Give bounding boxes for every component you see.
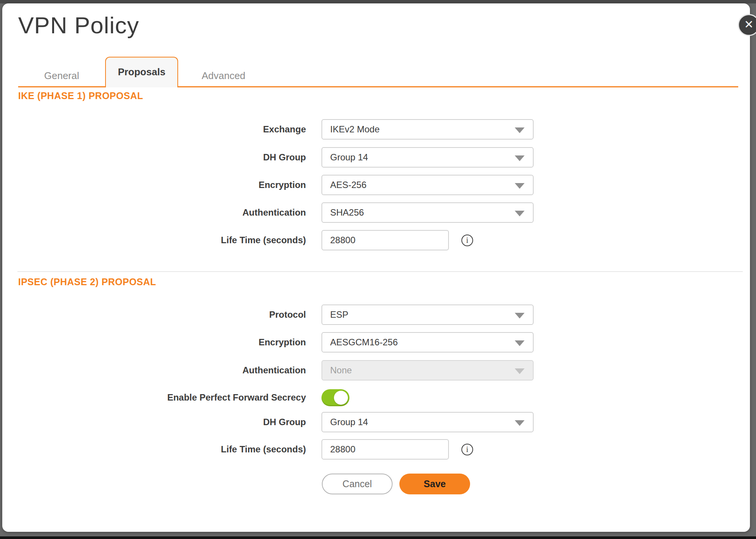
dh-group-value: Group 14	[322, 152, 368, 163]
chevron-down-icon	[515, 183, 525, 189]
ipsec-authentication-value: None	[322, 365, 352, 376]
perfect-forward-secrecy-toggle[interactable]	[321, 389, 349, 406]
form-row: Enable Perfect Forward Secrecy	[18, 387, 349, 408]
ipsec-authentication-select-disabled: None	[321, 360, 534, 381]
backdrop-top-strip	[0, 0, 756, 3]
form-row: Encryption AES-256	[18, 175, 534, 195]
enable-pfs-label: Enable Perfect Forward Secrecy	[18, 392, 306, 403]
encryption-value: AES-256	[322, 180, 366, 190]
chevron-down-icon	[515, 127, 525, 133]
info-icon[interactable]: i	[461, 235, 473, 246]
chevron-down-icon	[515, 368, 525, 374]
protocol-select[interactable]: ESP	[321, 304, 534, 325]
form-row: Authentication None	[18, 360, 534, 381]
ipsec-encryption-value: AESGCM16-256	[322, 337, 398, 348]
vpn-policy-dialog: VPN Policy General Proposals Advanced IK…	[2, 3, 750, 532]
ipsec-dh-group-value: Group 14	[322, 417, 368, 427]
chevron-down-icon	[515, 211, 525, 216]
life-time-label: Life Time (seconds)	[18, 235, 306, 245]
tab-general[interactable]: General	[18, 65, 105, 86]
exchange-label: Exchange	[18, 124, 306, 135]
ipsec-dh-group-label: DH Group	[18, 417, 306, 427]
ipsec-authentication-label: Authentication	[18, 365, 306, 376]
form-row: Protocol ESP	[18, 304, 534, 325]
save-button[interactable]: Save	[399, 474, 470, 494]
exchange-select[interactable]: IKEv2 Mode	[321, 119, 534, 140]
chevron-down-icon	[515, 340, 525, 346]
form-row: Exchange IKEv2 Mode	[18, 119, 534, 140]
ipsec-encryption-select[interactable]: AESGCM16-256	[321, 332, 534, 353]
protocol-value: ESP	[322, 309, 348, 320]
section-title-ike-phase1: IKE (PHASE 1) PROPOSAL	[18, 90, 143, 101]
form-row: Life Time (seconds) i	[18, 439, 473, 460]
exchange-value: IKEv2 Mode	[322, 124, 380, 135]
cancel-button[interactable]: Cancel	[322, 474, 393, 494]
chevron-down-icon	[515, 155, 525, 161]
form-row: Life Time (seconds) i	[18, 230, 473, 250]
form-row: DH Group Group 14	[18, 412, 534, 432]
authentication-label: Authentication	[18, 207, 306, 218]
section-divider	[17, 271, 743, 272]
life-time-input[interactable]	[321, 230, 449, 250]
dh-group-select[interactable]: Group 14	[321, 147, 534, 168]
backdrop-bottom-strip	[0, 536, 756, 539]
protocol-label: Protocol	[18, 309, 306, 320]
encryption-select[interactable]: AES-256	[321, 175, 534, 195]
tab-bar: General Proposals Advanced	[18, 55, 738, 87]
form-row: DH Group Group 14	[18, 147, 534, 168]
form-row: Encryption AESGCM16-256	[18, 332, 534, 353]
toggle-knob	[334, 391, 348, 405]
footer-buttons: Cancel Save	[322, 474, 470, 494]
authentication-select[interactable]: SHA256	[321, 202, 534, 223]
dh-group-label: DH Group	[18, 152, 306, 163]
encryption-label: Encryption	[18, 180, 306, 190]
form-row: Authentication SHA256	[18, 202, 534, 223]
chevron-down-icon	[515, 313, 525, 318]
ipsec-encryption-label: Encryption	[18, 337, 306, 348]
ipsec-life-time-label: Life Time (seconds)	[18, 444, 306, 455]
page-title: VPN Policy	[18, 12, 139, 39]
info-icon[interactable]: i	[461, 444, 473, 455]
tab-advanced[interactable]: Advanced	[178, 65, 269, 86]
ipsec-life-time-input[interactable]	[321, 439, 449, 460]
authentication-value: SHA256	[322, 207, 364, 218]
tab-proposals[interactable]: Proposals	[105, 57, 178, 87]
chevron-down-icon	[515, 420, 525, 426]
section-title-ipsec-phase2: IPSEC (PHASE 2) PROPOSAL	[18, 276, 156, 287]
ipsec-dh-group-select[interactable]: Group 14	[321, 412, 534, 432]
